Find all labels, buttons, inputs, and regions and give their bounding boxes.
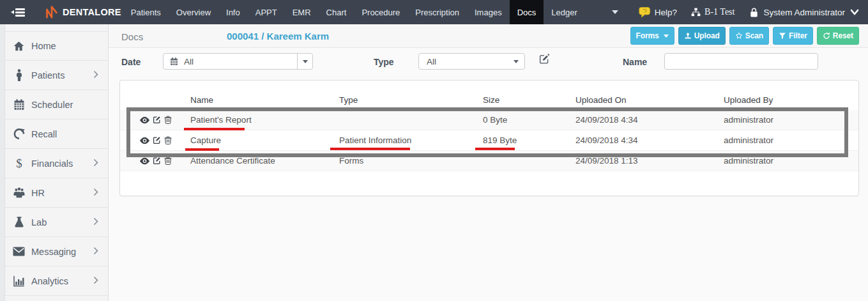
nav-ledger[interactable]: Ledger: [544, 0, 584, 24]
filter-bar: Date All Type All Name: [109, 48, 868, 79]
nav-emr[interactable]: EMR: [285, 0, 319, 24]
col-size: Size: [483, 95, 575, 105]
scan-button[interactable]: Scan: [729, 27, 769, 45]
user-menu[interactable]: System Administrator: [750, 8, 859, 17]
sidebar-item-home[interactable]: Home: [5, 31, 108, 61]
upload-icon: [684, 32, 692, 40]
nav-procedure[interactable]: Procedure: [354, 0, 407, 24]
caret-down-icon: [303, 60, 308, 63]
nav-docs[interactable]: Docs: [510, 0, 544, 24]
hamburger-icon: [15, 8, 25, 17]
nav-appt[interactable]: APPT: [248, 0, 285, 24]
annotation-underline-size-2: [475, 148, 515, 150]
type-filter-label: Type: [374, 57, 394, 67]
edit-icon: [538, 54, 550, 65]
annotation-underline-type-2: [330, 148, 410, 150]
help-label: Help?: [655, 8, 677, 17]
main-nav: Patients Overview Info APPT EMR Chart Pr…: [123, 0, 585, 24]
name-filter-label: Name: [623, 57, 647, 67]
recall-icon: [12, 128, 26, 140]
chevron-down-icon: [850, 9, 859, 15]
nav-overflow-dropdown[interactable]: [612, 0, 618, 24]
col-type: Type: [339, 95, 483, 105]
delete-icon[interactable]: [164, 157, 172, 165]
sidebar-item-financials[interactable]: $ Financials: [5, 149, 108, 178]
date-caret-button[interactable]: [297, 54, 312, 69]
refresh-icon: [823, 32, 830, 40]
nav-chart[interactable]: Chart: [319, 0, 354, 24]
forms-button[interactable]: Forms: [630, 27, 674, 45]
topbar-right: Help? B-1 Test System Administrator: [639, 0, 868, 24]
col-uploaded-by: Uploaded By: [724, 95, 858, 105]
caret-down-icon: [664, 35, 669, 38]
calendar-icon: [170, 57, 178, 66]
brand: DENTALORE: [45, 0, 121, 24]
doc-name: Attendance Certificate: [190, 156, 339, 166]
nav-prescription[interactable]: Prescription: [407, 0, 467, 24]
collapse-arrow-icon: [11, 10, 14, 14]
help-icon: [639, 7, 651, 18]
flask-icon: [12, 216, 26, 228]
envelope-icon: [12, 247, 26, 256]
view-icon[interactable]: [140, 157, 149, 165]
doc-uploaded-by: administrator: [724, 156, 858, 166]
dentalore-logo-icon: [45, 5, 58, 19]
chevron-right-icon: [93, 246, 98, 258]
user-label: System Administrator: [763, 8, 845, 17]
dollar-icon: $: [12, 157, 26, 170]
sidebar-item-analytics[interactable]: Analytics: [5, 266, 108, 296]
people-icon: [12, 187, 26, 198]
annotation-underline-name-1: [184, 128, 245, 130]
chevron-right-icon: [93, 70, 98, 81]
nav-patients[interactable]: Patients: [123, 0, 169, 24]
col-name: Name: [190, 95, 339, 105]
upload-button[interactable]: Upload: [678, 27, 726, 45]
sidebar-item-patients[interactable]: Patients: [5, 61, 108, 90]
chevron-right-icon: [93, 158, 98, 169]
date-filter-value: All: [184, 57, 194, 66]
name-filter-input[interactable]: [664, 53, 818, 70]
edit-icon[interactable]: [153, 157, 161, 165]
patient-icon: [12, 69, 26, 81]
type-filter-select[interactable]: All: [418, 53, 525, 70]
sidebar-collapse-button[interactable]: [0, 0, 31, 24]
date-filter-label: Date: [121, 57, 141, 67]
svg-text:$: $: [16, 157, 22, 170]
main-content: Docs 000041 / Kareem Karm Forms Upload S…: [109, 24, 868, 301]
star-icon: [735, 32, 743, 40]
chevron-right-icon: [93, 187, 98, 199]
page-title: Docs: [121, 31, 143, 42]
nav-images[interactable]: Images: [467, 0, 510, 24]
nav-overview[interactable]: Overview: [169, 0, 218, 24]
sidebar-item-hr[interactable]: HR: [5, 178, 108, 208]
top-navbar: DENTALORE Patients Overview Info APPT EM…: [0, 0, 868, 24]
page-header: Docs 000041 / Kareem Karm Forms Upload S…: [109, 24, 868, 48]
lock-icon: [750, 8, 758, 17]
sidebar-item-recall[interactable]: Recall: [5, 120, 108, 149]
filter-icon: [779, 32, 786, 40]
sidebar-item-messaging[interactable]: Messaging: [5, 237, 108, 266]
type-filter-value: All: [427, 57, 436, 66]
sidebar-item-scheduler[interactable]: Scheduler: [5, 90, 108, 120]
chevron-right-icon: [93, 217, 98, 228]
col-uploaded-on: Uploaded On: [575, 95, 724, 105]
toolbar: Forms Upload Scan Filter Reset: [630, 27, 860, 45]
home-icon: [12, 40, 26, 52]
doc-uploaded-on: 24/09/2018 1:13: [575, 156, 724, 166]
help-button[interactable]: Help?: [639, 7, 677, 18]
edit-types-button[interactable]: [538, 54, 550, 67]
sidebar: Home Patients Scheduler Recall $: [0, 24, 109, 301]
nav-info[interactable]: Info: [218, 0, 248, 24]
brand-name: DENTALORE: [63, 7, 121, 17]
filter-button[interactable]: Filter: [773, 27, 813, 45]
chevron-down-icon: [612, 10, 618, 14]
annotation-underline-name-2: [185, 148, 219, 151]
chevron-right-icon: [93, 275, 98, 287]
patient-breadcrumb[interactable]: 000041 / Kareem Karm: [227, 31, 329, 42]
branch-selector[interactable]: B-1 Test: [691, 7, 735, 17]
sidebar-item-lab[interactable]: Lab: [5, 208, 108, 237]
reset-button[interactable]: Reset: [817, 27, 859, 45]
date-filter-dropdown[interactable]: All: [163, 53, 313, 70]
calendar-icon: [12, 98, 26, 111]
caret-down-icon: [514, 60, 519, 63]
